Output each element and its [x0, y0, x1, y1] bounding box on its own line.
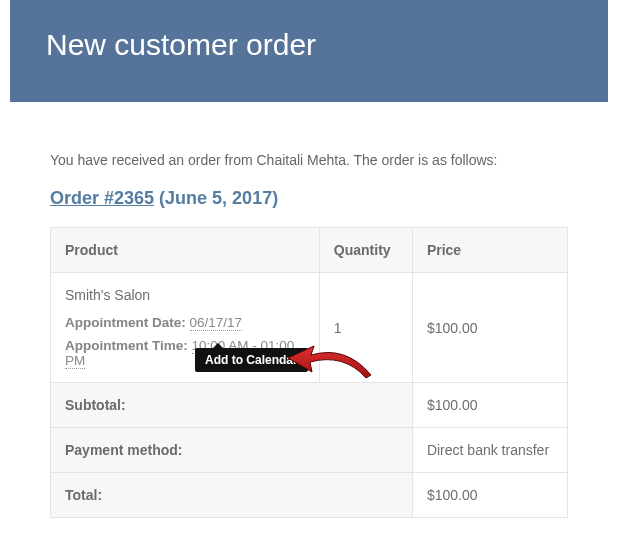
subtotal-row: Subtotal: $100.00 — [51, 383, 568, 428]
order-table: Product Quantity Price Smith's Salon App… — [50, 227, 568, 518]
appt-date-label: Appointment Date: — [65, 315, 186, 330]
appt-time-label: Appointment Time: — [65, 338, 188, 353]
payment-value: Direct bank transfer — [412, 428, 567, 473]
item-price: $100.00 — [412, 273, 567, 383]
order-link[interactable]: Order #2365 — [50, 188, 154, 208]
email-header: New customer order — [10, 0, 608, 102]
appointment-date: Appointment Date: 06/17/17 — [65, 315, 305, 330]
table-row: Smith's Salon Appointment Date: 06/17/17… — [51, 273, 568, 383]
tooltip-text: Add to Calendar — [205, 353, 298, 367]
email-body: You have received an order from Chaitali… — [10, 102, 608, 518]
total-label: Total: — [51, 473, 413, 518]
order-heading: Order #2365 (June 5, 2017) — [50, 188, 568, 209]
product-name: Smith's Salon — [65, 287, 305, 303]
subtotal-value: $100.00 — [412, 383, 567, 428]
payment-label: Payment method: — [51, 428, 413, 473]
table-header-row: Product Quantity Price — [51, 228, 568, 273]
col-price: Price — [412, 228, 567, 273]
col-quantity: Quantity — [319, 228, 412, 273]
page-title: New customer order — [46, 28, 572, 62]
payment-row: Payment method: Direct bank transfer — [51, 428, 568, 473]
intro-text: You have received an order from Chaitali… — [50, 152, 568, 168]
total-value: $100.00 — [412, 473, 567, 518]
appt-date-value[interactable]: 06/17/17 — [190, 315, 243, 331]
col-product: Product — [51, 228, 320, 273]
order-date: (June 5, 2017) — [159, 188, 278, 208]
item-quantity: 1 — [319, 273, 412, 383]
subtotal-label: Subtotal: — [51, 383, 413, 428]
total-row: Total: $100.00 — [51, 473, 568, 518]
add-to-calendar-tooltip: Add to Calendar — [195, 348, 308, 372]
